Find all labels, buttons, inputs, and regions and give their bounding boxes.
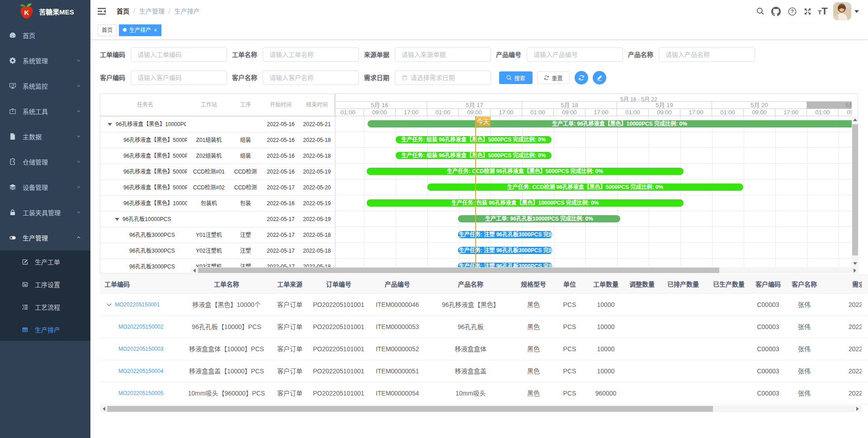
svg-text:K: K	[24, 9, 29, 16]
svg-text:?: ?	[791, 9, 794, 14]
